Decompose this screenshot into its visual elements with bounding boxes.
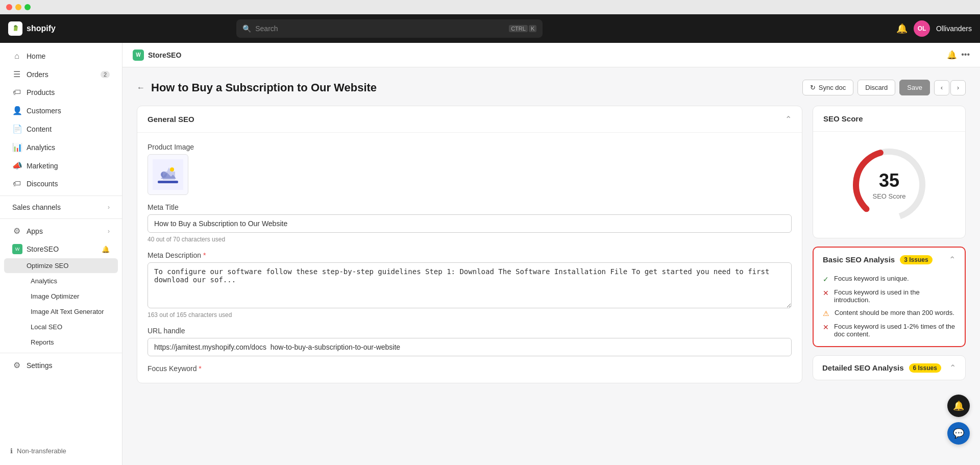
score-circle: 35 SEO Score <box>848 144 930 226</box>
collapse-icon[interactable]: ⌃ <box>785 114 792 124</box>
minimize-dot[interactable] <box>15 4 21 10</box>
sidebar-reports[interactable]: Reports <box>4 335 118 350</box>
float-notification-icon: 🔔 <box>953 400 964 411</box>
float-notification-button[interactable]: 🔔 <box>947 395 970 417</box>
warn-icon-3: ⚠ <box>823 309 829 317</box>
meta-title-input[interactable] <box>148 214 792 233</box>
url-handle-input[interactable] <box>148 338 792 356</box>
meta-description-group: Meta Description To configure our softwa… <box>148 251 792 319</box>
avatar[interactable]: OL <box>914 20 930 37</box>
discard-button[interactable]: Discard <box>857 80 895 95</box>
app-header: W StoreSEO 🔔 ••• <box>122 43 980 67</box>
float-chat-icon: 💬 <box>953 428 964 439</box>
next-arrow-button[interactable]: › <box>950 80 966 95</box>
back-button[interactable]: ← <box>137 83 145 92</box>
detailed-analysis-header: Detailed SEO Analysis 6 Issues ⌃ <box>813 356 965 380</box>
sidebar-label-analytics: Analytics <box>27 143 55 152</box>
sidebar-item-products[interactable]: 🏷 Products <box>4 84 118 101</box>
svg-point-3 <box>170 167 174 172</box>
save-button[interactable]: Save <box>899 80 930 95</box>
maximize-dot[interactable] <box>24 4 31 10</box>
search-icon: 🔍 <box>242 25 251 33</box>
two-col-layout: General SEO ⌃ Product Image <box>137 106 966 383</box>
sidebar-item-orders[interactable]: ☰ Orders 2 <box>4 65 118 83</box>
analysis-text-3: Content should be more than 200 words. <box>835 309 954 316</box>
sidebar-item-customers[interactable]: 👤 Customers <box>4 102 118 119</box>
sidebar-optimize-seo[interactable]: Optimize SEO <box>4 258 118 273</box>
app-header-text: StoreSEO <box>148 51 181 59</box>
search-input[interactable] <box>255 25 505 33</box>
page-content: ← How to Buy a Subscription to Our Websi… <box>122 67 980 465</box>
sidebar-item-analytics[interactable]: 📊 Analytics <box>4 138 118 156</box>
analysis-collapse-icon[interactable]: ⌃ <box>949 255 955 264</box>
meta-description-textarea[interactable]: To configure our software follow these s… <box>148 262 792 308</box>
sync-doc-button[interactable]: ↻ Sync doc <box>802 80 853 95</box>
sales-channels-label: Sales channels <box>12 203 61 211</box>
sidebar-label-marketing: Marketing <box>27 162 58 170</box>
detailed-analysis-title: Detailed SEO Analysis <box>822 363 904 372</box>
shopify-logo: shopify <box>8 21 56 36</box>
header-more-icon[interactable]: ••• <box>961 50 970 60</box>
customers-icon: 👤 <box>12 106 21 115</box>
sidebar-label-content: Content <box>27 125 52 133</box>
local-seo-label: Local SEO <box>31 323 62 331</box>
sidebar-analytics-sub[interactable]: Analytics <box>4 274 118 288</box>
non-transferable: ℹ Non-transferable <box>4 443 118 459</box>
sidebar-label-customers: Customers <box>27 107 61 115</box>
sidebar-settings[interactable]: ⚙ Settings <box>4 356 118 374</box>
sidebar-item-home[interactable]: ⌂ Home <box>4 47 118 65</box>
username: Ollivanders <box>936 25 972 33</box>
focus-keyword-group: Focus Keyword <box>148 364 792 373</box>
meta-title-label: Meta Title <box>148 203 792 211</box>
seo-score-title: SEO Score <box>823 114 863 123</box>
sidebar-image-alt-text[interactable]: Image Alt Text Generator <box>4 304 118 319</box>
bell-icon[interactable]: 🔔 <box>102 246 110 253</box>
k-key: K <box>529 25 536 32</box>
prev-arrow-button[interactable]: ‹ <box>934 80 949 95</box>
meta-description-char-count: 163 out of 165 characters used <box>148 311 792 319</box>
window-chrome <box>0 0 980 14</box>
storeseo-label: StoreSEO <box>27 245 59 253</box>
products-icon: 🏷 <box>12 88 21 97</box>
seo-score-card: SEO Score 35 <box>813 106 966 238</box>
content-area: W StoreSEO 🔔 ••• ← How to Buy a Subscrip… <box>122 43 980 465</box>
analysis-item-2: ✕ Focus keyword is used in the introduct… <box>823 288 955 304</box>
close-dot[interactable] <box>6 4 12 10</box>
sidebar-item-marketing[interactable]: 📣 Marketing <box>4 157 118 175</box>
analysis-item-1: ✓ Focus keyword is unique. <box>823 275 955 283</box>
x-icon-4: ✕ <box>823 323 829 331</box>
header-actions: ↻ Sync doc Discard Save ‹ › <box>802 80 966 95</box>
header-notification-icon[interactable]: 🔔 <box>947 50 957 60</box>
sidebar-sales-channels[interactable]: Sales channels › <box>4 199 118 215</box>
orders-badge: 2 <box>101 71 110 78</box>
search-bar[interactable]: 🔍 CTRL K <box>236 19 543 38</box>
meta-title-char-count: 40 out of 70 characters used <box>148 236 792 243</box>
detailed-collapse-icon[interactable]: ⌃ <box>949 363 956 373</box>
content-icon: 📄 <box>12 124 21 134</box>
sidebar-apps[interactable]: ⚙ Apps › <box>4 222 118 240</box>
apps-label: Apps <box>27 227 43 235</box>
chevron-icon: › <box>108 204 110 211</box>
basic-analysis-header: Basic SEO Analysis 3 Issues ⌃ <box>814 248 965 272</box>
storeseo-nav-item[interactable]: W StoreSEO 🔔 <box>4 240 118 258</box>
sidebar-item-content[interactable]: 📄 Content <box>4 120 118 138</box>
sidebar-item-discounts[interactable]: 🏷 Discounts <box>4 175 118 192</box>
sidebar-bottom: ℹ Non-transferable <box>0 437 122 465</box>
orders-icon: ☰ <box>12 69 21 79</box>
storeseo-app-icon: W <box>12 244 22 254</box>
sidebar-local-seo[interactable]: Local SEO <box>4 320 118 334</box>
search-shortcut: CTRL K <box>509 25 536 32</box>
non-transferable-label: Non-transferable <box>17 447 66 455</box>
page-title: How to Buy a Subscription to Our Website <box>151 81 377 94</box>
sidebar-label-orders: Orders <box>27 70 48 79</box>
meta-title-group: Meta Title 40 out of 70 characters used <box>148 203 792 243</box>
float-chat-button[interactable]: 💬 <box>947 422 970 445</box>
score-number: 35 <box>872 170 905 191</box>
ctrl-key: CTRL <box>509 25 528 32</box>
topbar-right: 🔔 OL Ollivanders <box>896 20 972 37</box>
storeseo-header-icon: W <box>133 50 144 61</box>
notification-icon[interactable]: 🔔 <box>896 23 908 34</box>
basic-analysis-title: Basic SEO Analysis <box>823 255 895 264</box>
image-alt-text-label: Image Alt Text Generator <box>31 308 104 315</box>
sidebar-image-optimizer[interactable]: Image Optimizer <box>4 289 118 304</box>
